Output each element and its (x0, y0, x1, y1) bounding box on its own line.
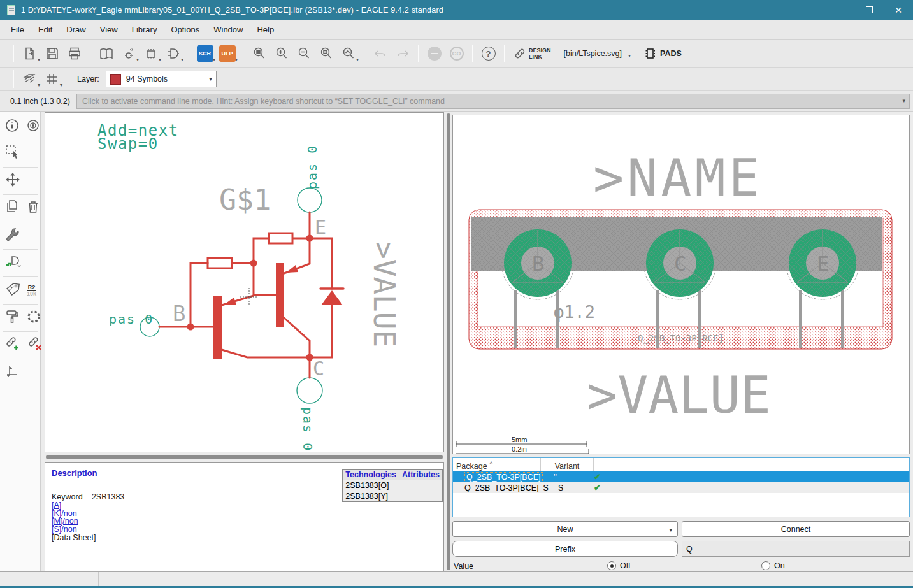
add-gate-icon (4, 254, 24, 270)
value-on-radio[interactable]: On (761, 561, 785, 570)
show-tool-button[interactable] (25, 118, 41, 136)
redo-button[interactable] (392, 43, 413, 64)
library-table-button[interactable] (96, 43, 117, 64)
sidebar-divider (3, 222, 38, 222)
chevron-down-icon: ▾ (136, 57, 139, 62)
description-link[interactable]: Description (52, 468, 97, 478)
variant-column-header[interactable]: Variant (541, 458, 594, 471)
new-package-button[interactable]: New ▾ (452, 521, 678, 537)
connect-button[interactable]: Connect (682, 521, 910, 537)
sidebar-divider (3, 276, 38, 277)
delete-tool-button[interactable] (25, 199, 41, 218)
pads-button[interactable]: PADS (643, 47, 682, 61)
resize-grip[interactable] (903, 574, 910, 585)
add-gate-tool-button[interactable] (4, 254, 24, 273)
menu-window[interactable]: Window (206, 22, 250, 37)
link-add-tool-button[interactable] (4, 336, 21, 355)
paint-tool-button[interactable] (4, 308, 20, 327)
design-link-button[interactable]: DESIGN LINK (514, 47, 551, 60)
radio-icon (761, 561, 770, 570)
toolbar-separator (418, 45, 419, 62)
value-off-radio[interactable]: Off (607, 561, 630, 570)
horizontal-splitter[interactable] (45, 452, 444, 462)
table-row[interactable]: Q_2SB_TO-3P[BCE]_S _S ✔ (453, 482, 909, 493)
change-tool-button[interactable] (4, 226, 21, 245)
edit-symbol-button[interactable]: ▾ (118, 43, 139, 64)
desc-link-m[interactable]: [M]/non (52, 517, 437, 526)
zoom-redraw-button[interactable]: ▾ (338, 43, 359, 64)
layer-value: 94 Symbols (126, 75, 204, 83)
command-row: 0.1 inch (1.3 0.2) ▾ (0, 91, 913, 112)
desc-link-k[interactable]: [K]/non (52, 510, 437, 518)
edit-package-button[interactable]: ▾ (140, 43, 161, 64)
zoom-out-icon (297, 47, 311, 61)
move-tool-button[interactable] (4, 171, 21, 190)
attributes-header[interactable]: Attributes (399, 470, 442, 480)
menu-edit[interactable]: Edit (31, 22, 59, 37)
datasheet-text: [Data Sheet] (52, 533, 96, 542)
script-button[interactable]: SCR ▾ (194, 43, 215, 64)
package-canvas[interactable]: >NAME (452, 115, 910, 454)
menu-help[interactable]: Help (250, 22, 281, 37)
open-library-button[interactable]: ▾ (19, 43, 40, 64)
pads-label: PADS (660, 49, 682, 58)
dimension-tool-button[interactable] (4, 363, 21, 382)
menu-draw[interactable]: Draw (59, 22, 92, 37)
group-tool-button[interactable] (25, 308, 42, 327)
technologies-header[interactable]: Technologies (343, 470, 399, 480)
undo-button[interactable] (370, 43, 391, 64)
description-panel[interactable]: Description Keyword = 2SB1383 [A] [K]/no… (45, 462, 444, 571)
link-icon (514, 48, 526, 59)
edit-device-button[interactable]: ▾ (162, 43, 183, 64)
chevron-down-icon: ▾ (38, 83, 40, 88)
layer-select[interactable]: 94 Symbols ▾ (106, 71, 217, 87)
menu-view[interactable]: View (93, 22, 125, 37)
technology-cell[interactable]: 2SB1383[Y] (343, 491, 399, 502)
menu-options[interactable]: Options (164, 22, 206, 37)
ulp-button[interactable]: ULP ▾ (217, 43, 238, 64)
pin-circles (140, 188, 322, 403)
desc-link-s[interactable]: [S]/non (52, 526, 437, 534)
zoom-select-button[interactable] (315, 43, 336, 64)
layer-settings-button[interactable]: ▾ (19, 69, 40, 89)
menu-library[interactable]: Library (125, 22, 164, 37)
scale-mm-label: 5mm (512, 436, 527, 443)
status-segment (0, 572, 99, 586)
print-button[interactable] (64, 43, 85, 64)
copy-tool-button[interactable] (4, 199, 20, 218)
table-row[interactable]: Q_2SB_TO-3P[BCE] '' ✔ (453, 471, 909, 482)
stop-button[interactable] (424, 43, 445, 64)
desc-link-a[interactable]: [A] (52, 501, 437, 510)
zoom-out-button[interactable] (293, 43, 314, 64)
zoom-fit-icon (252, 47, 266, 61)
grid-button[interactable]: ▾ (41, 69, 62, 89)
command-line-input[interactable] (76, 94, 910, 109)
link-remove-tool-button[interactable] (27, 336, 43, 355)
chevron-down-icon: ▾ (356, 57, 359, 62)
app-icon (7, 5, 15, 15)
save-button[interactable] (41, 43, 62, 64)
select-group-tool-button[interactable] (4, 144, 21, 163)
value-tool-button[interactable]: R2 10k (27, 285, 36, 297)
chevron-down-icon: ▾ (38, 57, 40, 62)
attribute-cell[interactable] (399, 491, 442, 502)
name-tool-button[interactable] (4, 281, 21, 300)
close-button[interactable]: ✕ (884, 0, 913, 20)
maximize-button[interactable] (854, 0, 884, 20)
go-button[interactable]: GO (446, 43, 467, 64)
technology-cell[interactable]: 2SB1383[O] (343, 480, 399, 491)
info-tool-button[interactable] (4, 118, 20, 136)
package-column-header[interactable]: Package ^ (453, 458, 541, 471)
zoom-in-button[interactable] (271, 43, 292, 64)
symbol-canvas[interactable]: Add=next Swap=0 G$1 >VALUE E B C pas 0 p… (45, 112, 444, 452)
menu-file[interactable]: File (4, 22, 31, 37)
prefix-button[interactable]: Prefix (452, 541, 678, 557)
ltspice-dropdown[interactable]: [bin/LTspice.svg] ▾ (560, 47, 631, 60)
pin-dir-top: pas 0 (305, 145, 320, 189)
minimize-button[interactable] (825, 0, 854, 20)
attribute-cell[interactable] (399, 480, 442, 491)
help-button[interactable]: ? (478, 43, 499, 64)
vertical-splitter[interactable] (444, 112, 452, 571)
zoom-fit-button[interactable] (248, 43, 270, 64)
chevron-down-icon[interactable]: ▾ (902, 97, 905, 104)
